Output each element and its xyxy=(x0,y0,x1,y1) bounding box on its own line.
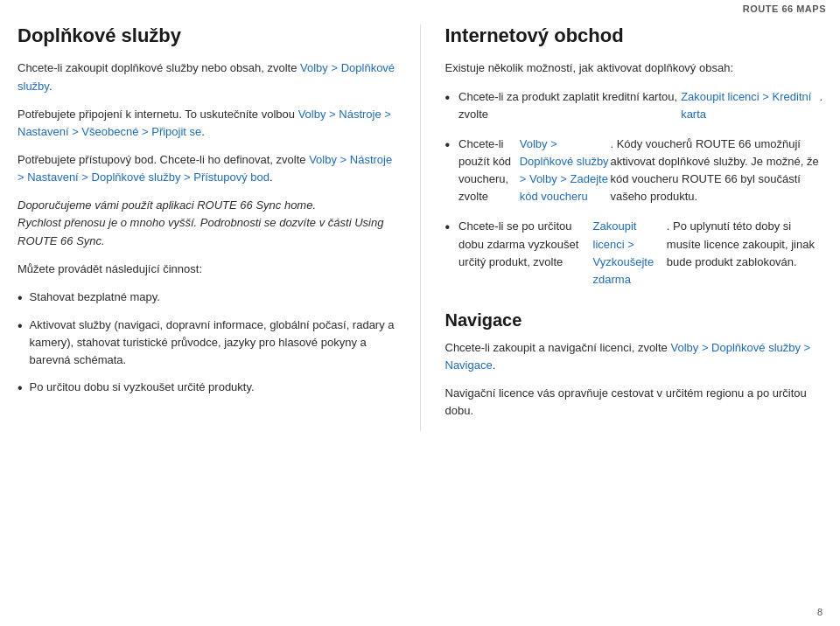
list-item: Chcete-li se po určitou dobu zdarma vyzk… xyxy=(445,218,823,289)
bullet-text-mid: . Po uplynutí této doby si musíte licenc… xyxy=(667,218,822,270)
bullet-text-mid: . Kódy voucherů ROUTE 66 umožňují aktivo… xyxy=(610,136,822,206)
left-bullet-list: Stahovat bezplatné mapy. Aktivovat služb… xyxy=(18,289,396,398)
right-intro: Existuje několik možností, jak aktivovat… xyxy=(445,59,823,77)
bullet-text-start: Chcete-li použít kód voucheru, zvolte xyxy=(458,136,516,206)
right-nav-para1: Chcete-li zakoupit a navigační licenci, … xyxy=(445,339,823,374)
left-para2-text: Potřebujete připojení k internetu. To us… xyxy=(18,108,295,121)
right-bullet1-link[interactable]: Volby > Doplňkové služby > Volby > Zadej… xyxy=(520,136,611,206)
right-nav-para1-text: Chcete-li zakoupit a navigační licenci, … xyxy=(445,341,668,354)
left-para2: Potřebujete připojení k internetu. To us… xyxy=(18,106,396,141)
left-para1: Chcete-li zakoupit doplňkové služby nebo… xyxy=(18,59,396,94)
list-item: Stahovat bezplatné mapy. xyxy=(18,289,396,308)
bullet-text: Po určitou dobu si vyzkoušet určité prod… xyxy=(30,379,255,396)
left-para4: Doporučujeme vámi použít aplikaci ROUTE … xyxy=(18,197,396,249)
left-para4-italic: Doporučujeme vámi použít aplikaci ROUTE … xyxy=(18,198,316,212)
right-nav-para1-end: . xyxy=(493,358,496,372)
left-column: Doplňkové služby Chcete-li zakoupit dopl… xyxy=(18,24,421,431)
left-para3-end: . xyxy=(270,170,273,184)
page-number: 8 xyxy=(817,607,822,617)
right-column: Internetový obchod Existuje několik možn… xyxy=(421,24,823,431)
brand-header: ROUTE 66 MAPS xyxy=(743,3,826,14)
left-para5: Můžete provádět následující činnost: xyxy=(18,261,396,278)
bullet-text-start: Chcete-li se po určitou dobu zdarma vyzk… xyxy=(458,218,590,270)
left-para1-end: . xyxy=(49,80,52,93)
list-item: Chcete-li za produkt zaplatit kreditní k… xyxy=(445,88,823,123)
bullet-text-end: . xyxy=(819,88,822,106)
left-para3-text: Potřebujete přístupový bod. Chcete-li ho… xyxy=(18,153,306,166)
left-title: Doplňkové služby xyxy=(18,24,396,47)
left-para3: Potřebujete přístupový bod. Chcete-li ho… xyxy=(18,151,396,186)
left-para2-end: . xyxy=(201,125,205,138)
right-nav-para2: Navigační licence vás opravňuje cestovat… xyxy=(445,385,823,420)
right-bullet0-link[interactable]: Zakoupit licenci > Kreditní karta xyxy=(681,88,819,123)
list-item: Chcete-li použít kód voucheru, zvolte Vo… xyxy=(445,136,823,206)
bullet-text: Stahovat bezplatné mapy. xyxy=(30,289,160,306)
left-para4b-italic: Rychlost přenosu je o mnoho vyšší. Podro… xyxy=(18,216,383,247)
right-bullet-list: Chcete-li za produkt zaplatit kreditní k… xyxy=(445,88,823,289)
bullet-text-start: Chcete-li za produkt zaplatit kreditní k… xyxy=(458,88,677,123)
list-item: Po určitou dobu si vyzkoušet určité prod… xyxy=(18,379,396,398)
right-title2: Navigace xyxy=(445,310,823,330)
bullet-text: Aktivovat služby (navigaci, dopravní inf… xyxy=(30,316,396,369)
right-title1: Internetový obchod xyxy=(445,24,823,47)
right-bullet2-link[interactable]: Zakoupit licenci > Vyzkoušejte zdarma xyxy=(593,218,667,289)
left-para1-text: Chcete-li zakoupit doplňkové služby nebo… xyxy=(18,61,297,74)
list-item: Aktivovat služby (navigaci, dopravní inf… xyxy=(18,316,396,369)
